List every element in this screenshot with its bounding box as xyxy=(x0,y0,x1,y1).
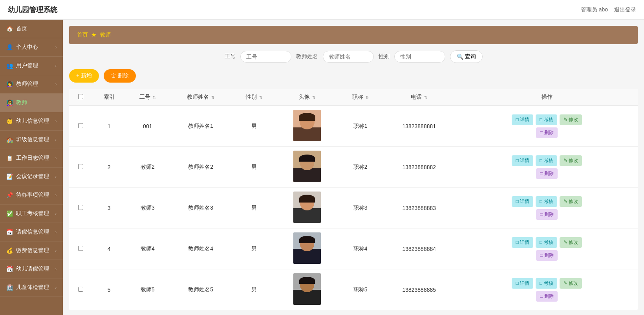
sidebar-item-8[interactable]: 📝 会议记录管理 › xyxy=(0,168,63,186)
sidebar-icon-9: 📌 xyxy=(6,192,13,198)
chevron-icon-14: › xyxy=(55,286,57,290)
detail-button-2[interactable]: □ 详情 xyxy=(512,196,533,207)
col-title: 职称 ⇅ xyxy=(338,89,382,106)
chevron-icon-1: › xyxy=(55,45,57,50)
sidebar-icon-13: 📆 xyxy=(6,266,13,272)
cell-name: 教师姓名3 xyxy=(169,188,232,228)
sidebar-item-9[interactable]: 📌 待办事项管理 › xyxy=(0,186,63,204)
detail-button-1[interactable]: □ 详情 xyxy=(512,155,533,166)
chevron-icon-11: › xyxy=(55,230,57,234)
cell-title: 职称4 xyxy=(338,228,382,269)
cell-index: 5 xyxy=(92,269,126,310)
remove-button-4[interactable]: □ 删除 xyxy=(536,291,558,302)
select-all-checkbox[interactable] xyxy=(78,94,83,99)
row-checkbox-3[interactable] xyxy=(78,246,83,251)
row-checkbox-0[interactable] xyxy=(78,123,83,128)
cell-checkbox xyxy=(69,269,92,310)
cell-checkbox xyxy=(69,188,92,228)
sidebar-item-4[interactable]: 👩‍🏫 教师 xyxy=(0,94,63,112)
field1-label: 工号 xyxy=(225,53,236,60)
row-checkbox-2[interactable] xyxy=(78,205,83,210)
sidebar-icon-14: 🏥 xyxy=(6,284,13,291)
table-row: 1 001 教师姓名1 男 职称1 13823888881 □ 详情 □ 考核 … xyxy=(69,106,638,147)
cell-avatar xyxy=(276,269,339,310)
cell-gender: 男 xyxy=(232,269,275,310)
assess-button-0[interactable]: □ 考核 xyxy=(536,114,557,125)
table-header: 索引 工号 ⇅ 教师姓名 ⇅ 性别 ⇅ 头像 ⇅ 职称 ⇅ 电话 ⇅ 操作 xyxy=(69,89,638,106)
assess-button-1[interactable]: □ 考核 xyxy=(536,155,557,166)
sidebar-label-10: 职工考核管理 xyxy=(16,210,49,217)
sidebar-item-6[interactable]: 🏫 班级信息管理 › xyxy=(0,131,63,149)
topbar: 幼儿园管理系统 管理员 abo 退出登录 xyxy=(0,0,644,20)
field2-input[interactable] xyxy=(323,51,374,63)
sidebar-item-11[interactable]: 📅 请假信息管理 › xyxy=(0,223,63,241)
add-button[interactable]: + 新增 xyxy=(69,69,99,83)
cell-id: 教师4 xyxy=(126,228,169,269)
sidebar-item-0[interactable]: 🏠 首页 xyxy=(0,20,63,38)
field1-input[interactable] xyxy=(240,51,291,63)
sidebar-item-2[interactable]: 👥 用户管理 › xyxy=(0,57,63,75)
remove-button-0[interactable]: □ 删除 xyxy=(536,127,558,138)
edit-button-4[interactable]: ✎ 修改 xyxy=(560,278,582,289)
cell-title: 职称1 xyxy=(338,106,382,147)
sidebar-item-5[interactable]: 👶 幼儿信息管理 › xyxy=(0,112,63,131)
logout-button[interactable]: 退出登录 xyxy=(614,6,636,13)
sidebar-item-3[interactable]: 👩‍🏫 教师管理 › xyxy=(0,75,63,94)
remove-button-3[interactable]: □ 删除 xyxy=(536,250,558,261)
field3-input[interactable] xyxy=(394,51,445,63)
chevron-icon-7: › xyxy=(55,156,57,160)
search-bar: 工号 教师姓名 性别 🔍 查询 xyxy=(69,50,638,63)
chevron-icon-10: › xyxy=(55,212,57,216)
sidebar-item-10[interactable]: ✅ 职工考核管理 › xyxy=(0,204,63,223)
assess-button-2[interactable]: □ 考核 xyxy=(536,196,557,207)
teacher-table: 索引 工号 ⇅ 教师姓名 ⇅ 性别 ⇅ 头像 ⇅ 职称 ⇅ 电话 ⇅ 操作 1 … xyxy=(69,89,638,310)
edit-button-2[interactable]: ✎ 修改 xyxy=(560,196,582,207)
cell-index: 3 xyxy=(92,188,126,228)
detail-button-0[interactable]: □ 详情 xyxy=(512,114,533,125)
sidebar-item-1[interactable]: 👤 个人中心 › xyxy=(0,38,63,57)
sidebar-item-12[interactable]: 💰 缴费信息管理 › xyxy=(0,241,63,260)
row-checkbox-1[interactable] xyxy=(78,164,83,169)
sidebar-icon-4: 👩‍🏫 xyxy=(6,99,13,106)
search-button[interactable]: 🔍 查询 xyxy=(450,50,483,63)
detail-button-3[interactable]: □ 详情 xyxy=(512,237,533,248)
sidebar-label-12: 缴费信息管理 xyxy=(16,247,49,254)
batch-delete-button[interactable]: 🗑 删除 xyxy=(104,69,136,83)
remove-button-2[interactable]: □ 删除 xyxy=(536,209,558,220)
sidebar-item-14[interactable]: 🏥 儿童体检管理 › xyxy=(0,278,63,297)
cell-title: 职称5 xyxy=(338,269,382,310)
cell-phone: 13823888882 xyxy=(382,147,456,188)
col-action: 操作 xyxy=(456,89,638,106)
remove-button-1[interactable]: □ 删除 xyxy=(536,168,558,179)
cell-id: 教师5 xyxy=(126,269,169,310)
layout: 🏠 首页 👤 个人中心 › 👥 用户管理 › 👩‍🏫 教师管理 › 👩‍🏫 教师… xyxy=(0,20,644,315)
sidebar-label-3: 教师管理 xyxy=(16,81,38,88)
sidebar-label-9: 待办事项管理 xyxy=(16,192,49,199)
cell-id: 教师2 xyxy=(126,147,169,188)
sidebar-icon-8: 📝 xyxy=(6,173,13,180)
assess-button-4[interactable]: □ 考核 xyxy=(536,278,557,289)
cell-id: 001 xyxy=(126,106,169,147)
sidebar-item-13[interactable]: 📆 幼儿请假管理 › xyxy=(0,260,63,278)
sidebar-label-14: 儿童体检管理 xyxy=(16,284,49,291)
sidebar-label-13: 幼儿请假管理 xyxy=(16,265,49,273)
row-checkbox-4[interactable] xyxy=(78,287,83,292)
edit-button-1[interactable]: ✎ 修改 xyxy=(560,155,582,166)
cell-avatar xyxy=(276,147,339,188)
sort-phone-icon: ⇅ xyxy=(424,95,427,99)
chevron-icon-12: › xyxy=(55,249,57,253)
sidebar-item-7[interactable]: 📋 工作日志管理 › xyxy=(0,149,63,168)
cell-name: 教师姓名5 xyxy=(169,269,232,310)
cell-name: 教师姓名2 xyxy=(169,147,232,188)
breadcrumb-home[interactable]: 首页 xyxy=(77,31,88,38)
cell-phone: 13823888881 xyxy=(382,106,456,147)
edit-button-3[interactable]: ✎ 修改 xyxy=(560,237,582,248)
chevron-icon-8: › xyxy=(55,175,57,179)
cell-checkbox xyxy=(69,147,92,188)
assess-button-3[interactable]: □ 考核 xyxy=(536,237,557,248)
edit-button-0[interactable]: ✎ 修改 xyxy=(560,114,582,125)
col-gender: 性别 ⇅ xyxy=(232,89,275,106)
detail-button-4[interactable]: □ 详情 xyxy=(512,278,533,289)
chevron-icon-5: › xyxy=(55,119,57,123)
cell-actions: □ 详情 □ 考核 ✎ 修改 □ 删除 xyxy=(456,106,638,147)
